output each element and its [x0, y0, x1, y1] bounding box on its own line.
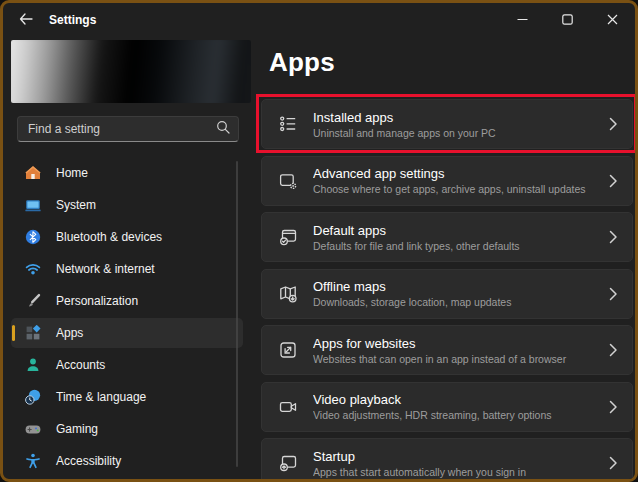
personalization-icon	[24, 293, 41, 310]
card-subtitle: Websites that can open in an app instead…	[313, 353, 601, 365]
video-playback-icon	[278, 397, 300, 417]
bluetooth-icon	[24, 229, 41, 246]
installed-apps-icon	[278, 114, 300, 134]
card-subtitle: Defaults for file and link types, other …	[313, 240, 601, 252]
card-title: Offline maps	[313, 279, 601, 294]
card-title: Advanced app settings	[313, 166, 601, 181]
sidebar-item-time-language[interactable]: Time & language	[11, 382, 243, 412]
sidebar-item-bluetooth-devices[interactable]: Bluetooth & devices	[11, 222, 243, 252]
account-banner-image	[11, 40, 251, 103]
sidebar-scrollbar[interactable]	[236, 161, 238, 467]
sidebar-item-gaming[interactable]: Gaming	[11, 414, 243, 444]
home-icon	[24, 165, 41, 182]
settings-card-apps-for-websites[interactable]: Apps for websites Websites that can open…	[261, 325, 633, 375]
advanced-app-settings-icon	[278, 171, 300, 191]
sidebar-item-accounts[interactable]: Accounts	[11, 350, 243, 380]
chevron-right-icon	[609, 343, 618, 357]
card-title: Video playback	[313, 392, 601, 407]
minimize-button[interactable]	[500, 3, 545, 36]
settings-window: Settings Home System Bluetooth	[0, 0, 638, 482]
back-arrow-icon	[19, 11, 33, 29]
selected-indicator	[12, 325, 15, 341]
card-subtitle: Uninstall and manage apps on your PC	[313, 127, 601, 139]
chevron-right-icon	[609, 230, 618, 244]
card-title: Default apps	[313, 223, 601, 238]
card-subtitle: Choose where to get apps, archive apps, …	[313, 183, 601, 195]
card-title: Installed apps	[313, 110, 601, 125]
startup-icon	[278, 453, 300, 473]
gaming-icon	[24, 421, 41, 438]
offline-maps-icon	[278, 284, 300, 304]
titlebar: Settings	[3, 3, 635, 36]
settings-card-startup[interactable]: Startup Apps that start automatically wh…	[261, 438, 633, 482]
card-subtitle: Apps that start automatically when you s…	[313, 466, 601, 478]
search-box[interactable]	[17, 116, 239, 142]
card-subtitle: Downloads, storage location, map updates	[313, 296, 601, 308]
search-icon	[216, 120, 230, 138]
settings-card-advanced-app-settings[interactable]: Advanced app settings Choose where to ge…	[261, 156, 633, 206]
maximize-button[interactable]	[545, 3, 590, 36]
close-icon	[607, 11, 618, 29]
search-input[interactable]	[28, 122, 216, 136]
sidebar-item-personalization[interactable]: Personalization	[11, 286, 243, 316]
apps-icon	[24, 325, 41, 342]
sidebar-item-accessibility[interactable]: Accessibility	[11, 446, 243, 476]
settings-card-default-apps[interactable]: Default apps Defaults for file and link …	[261, 212, 633, 262]
settings-card-video-playback[interactable]: Video playback Video adjustments, HDR st…	[261, 382, 633, 432]
maximize-icon	[562, 11, 573, 29]
network-icon	[24, 261, 41, 278]
sidebar-item-apps[interactable]: Apps	[11, 318, 243, 348]
default-apps-icon	[278, 227, 300, 247]
system-icon	[24, 197, 41, 214]
chevron-right-icon	[609, 117, 618, 131]
settings-card-list: Installed apps Uninstall and manage apps…	[261, 99, 633, 482]
sidebar-item-network-internet[interactable]: Network & internet	[11, 254, 243, 284]
chevron-right-icon	[609, 456, 618, 470]
apps-for-websites-icon	[278, 340, 300, 360]
window-title: Settings	[49, 13, 96, 27]
card-subtitle: Video adjustments, HDR streaming, batter…	[313, 409, 601, 421]
card-title: Apps for websites	[313, 336, 601, 351]
sidebar-item-home[interactable]: Home	[11, 158, 243, 188]
chevron-right-icon	[609, 287, 618, 301]
chevron-right-icon	[609, 400, 618, 414]
card-title: Startup	[313, 449, 601, 464]
close-button[interactable]	[590, 3, 635, 36]
accounts-icon	[24, 357, 41, 374]
minimize-icon	[517, 11, 528, 29]
page-title: Apps	[269, 47, 335, 78]
sidebar-item-system[interactable]: System	[11, 190, 243, 220]
chevron-right-icon	[609, 174, 618, 188]
settings-card-installed-apps[interactable]: Installed apps Uninstall and manage apps…	[261, 99, 633, 149]
time-language-icon	[24, 389, 41, 406]
accessibility-icon	[24, 453, 41, 470]
back-button[interactable]	[11, 7, 41, 33]
settings-card-offline-maps[interactable]: Offline maps Downloads, storage location…	[261, 269, 633, 319]
sidebar-nav: Home System Bluetooth & devices Network …	[11, 158, 243, 476]
